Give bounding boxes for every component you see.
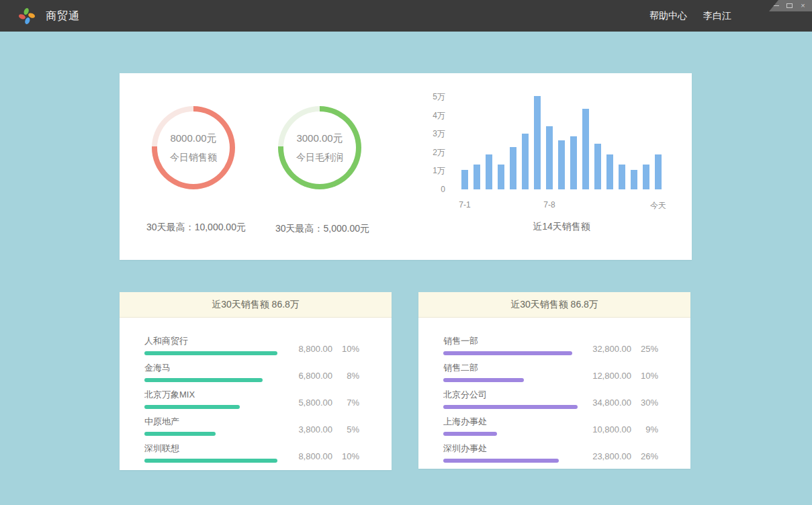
close-button[interactable]: × <box>799 1 807 10</box>
bar <box>570 136 577 189</box>
row-bar <box>443 351 572 355</box>
bar-chart-bars: 7-1 7-8 今天 <box>461 97 662 189</box>
bar <box>643 165 649 189</box>
row-value: 12,800.00 <box>583 371 631 381</box>
row-percent: 10% <box>332 344 359 354</box>
row-label: 金海马 <box>144 362 279 374</box>
row-label: 销售二部 <box>443 362 578 374</box>
card-title: 近30天销售额 86.8万 <box>120 292 392 318</box>
today-sales-donut: 8000.00元 今日销售额 <box>152 106 235 189</box>
y-tick: 0 <box>441 185 445 194</box>
customer-sales-card: 近30天销售额 86.8万 人和商贸行 8,800.00 10% 金海马 6, <box>120 292 392 470</box>
minimize-icon <box>773 5 779 6</box>
bar <box>510 147 516 190</box>
row-percent: 30% <box>631 398 658 408</box>
app-window: 商贸通 帮助中心 李白江 × 8000.00元 今日销售额 30天最高：10,0… <box>0 0 812 505</box>
list-item: 销售一部 32,800.00 25% <box>443 328 658 355</box>
row-percent: 10% <box>332 451 359 461</box>
row-percent: 8% <box>332 371 359 381</box>
list-item: 深圳联想 8,800.00 10% <box>144 436 359 463</box>
row-bar <box>443 459 559 463</box>
topbar-nav: 帮助中心 李白江 <box>649 0 731 32</box>
department-sales-card: 近30天销售额 86.8万 销售一部 32,800.00 25% 销售二部 1 <box>418 292 690 469</box>
y-tick: 5万 <box>433 92 445 101</box>
help-center-link[interactable]: 帮助中心 <box>649 10 687 22</box>
today-sales-label: 今日销售额 <box>170 152 217 164</box>
row-label: 人和商贸行 <box>144 335 279 347</box>
bar <box>461 170 468 189</box>
window-controls: × <box>769 0 812 11</box>
list-item: 金海马 6,800.00 8% <box>144 355 359 382</box>
row-percent: 25% <box>631 344 658 354</box>
app-title: 商贸通 <box>46 0 80 32</box>
bar <box>594 144 601 189</box>
row-value: 23,800.00 <box>583 451 631 461</box>
row-percent: 7% <box>332 398 359 408</box>
row-value: 8,800.00 <box>284 451 332 461</box>
bar <box>486 154 492 189</box>
bar-chart-title: 近14天销售额 <box>461 221 662 233</box>
today-profit-value: 3000.00元 <box>296 132 343 145</box>
bar <box>619 165 625 189</box>
bar <box>558 140 565 189</box>
x-tick: 7-1 <box>459 200 470 210</box>
list-item: 北京万象MIX 5,800.00 7% <box>144 382 359 409</box>
bar <box>498 165 504 189</box>
row-value: 3,800.00 <box>284 424 332 434</box>
today-profit-label: 今日毛利润 <box>296 152 343 164</box>
row-bar <box>144 432 216 436</box>
today-sales-value: 8000.00元 <box>170 132 216 145</box>
list-item: 上海办事处 10,800.00 9% <box>443 409 658 436</box>
y-tick: 3万 <box>433 129 445 138</box>
x-tick: 7-8 <box>543 200 555 210</box>
list-item: 深圳办事处 23,800.00 26% <box>443 436 658 463</box>
row-bar <box>443 432 497 436</box>
row-percent: 26% <box>631 451 658 461</box>
y-tick: 2万 <box>433 148 445 157</box>
row-value: 34,800.00 <box>583 398 631 408</box>
x-tick: 今天 <box>650 200 666 212</box>
row-value: 5,800.00 <box>284 398 332 408</box>
bar <box>534 96 541 189</box>
row-label: 北京分公司 <box>443 389 578 401</box>
row-bar <box>144 378 263 382</box>
list-item: 中原地产 3,800.00 5% <box>144 409 359 436</box>
app-logo-icon <box>17 6 37 26</box>
row-percent: 5% <box>332 424 359 434</box>
close-icon: × <box>801 1 805 10</box>
maximize-icon <box>786 3 793 8</box>
user-name-link[interactable]: 李白江 <box>703 10 731 22</box>
list-item: 人和商贸行 8,800.00 10% <box>144 328 359 355</box>
maximize-button[interactable] <box>786 1 793 10</box>
today-profit-donut: 3000.00元 今日毛利润 <box>278 106 361 189</box>
row-bar <box>144 405 240 409</box>
bar <box>522 134 529 189</box>
row-value: 32,800.00 <box>583 344 631 354</box>
row-percent: 10% <box>631 371 658 381</box>
bar <box>631 170 637 189</box>
bar <box>546 126 553 189</box>
row-label: 深圳联想 <box>144 443 279 455</box>
list-item: 北京分公司 34,800.00 30% <box>443 382 658 409</box>
row-bar <box>144 351 277 355</box>
titlebar: 商贸通 帮助中心 李白江 × <box>0 0 812 32</box>
row-bar <box>144 459 277 463</box>
row-label: 销售一部 <box>443 335 578 347</box>
row-percent: 9% <box>631 424 658 434</box>
row-label: 北京万象MIX <box>144 389 279 401</box>
row-value: 10,800.00 <box>583 424 631 434</box>
bar <box>473 165 480 189</box>
list-item: 销售二部 12,800.00 10% <box>443 355 658 382</box>
row-bar <box>443 405 578 409</box>
profit-30d-max: 30天最高：5,000.00元 <box>246 223 399 235</box>
row-label: 上海办事处 <box>443 416 578 428</box>
card-title: 近30天销售额 86.8万 <box>418 292 690 318</box>
minimize-button[interactable] <box>772 1 780 10</box>
bar <box>655 154 662 189</box>
row-label: 中原地产 <box>144 416 279 428</box>
bar <box>582 109 589 189</box>
row-value: 8,800.00 <box>284 344 332 354</box>
row-bar <box>443 378 524 382</box>
row-label: 深圳办事处 <box>443 443 578 455</box>
bar <box>606 154 613 189</box>
